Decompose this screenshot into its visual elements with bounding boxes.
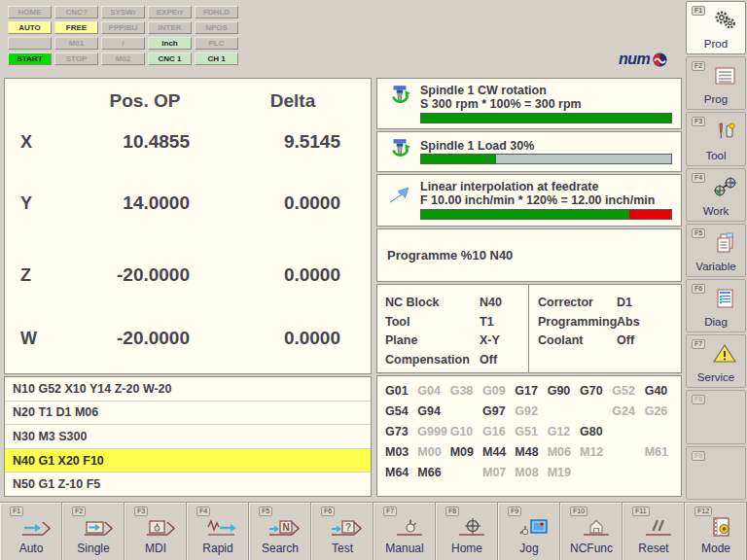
rapid-icon: F4 xyxy=(196,506,240,539)
toolbar-mdi-button[interactable]: F3 MDI xyxy=(124,503,187,560)
gcode-cell: G04 xyxy=(415,384,447,401)
toolbar-label: Mode xyxy=(686,542,746,555)
gcode-cell: M64 xyxy=(383,466,415,482)
reset-slashes-icon: F11 xyxy=(631,506,676,539)
gcode-cell: G92 xyxy=(513,404,545,421)
gears-icon xyxy=(712,9,737,32)
axis-y-pos: 14.0000 xyxy=(52,192,190,214)
toolbar-label: Reset xyxy=(623,542,684,555)
sidebar-item-prog[interactable]: F2 Prog xyxy=(686,56,746,110)
key-start[interactable]: START xyxy=(8,52,52,65)
key-npos[interactable]: NPOS xyxy=(195,21,238,34)
axis-x-label: X xyxy=(20,132,32,153)
toolbar-label: Home xyxy=(437,542,497,555)
sidebar-item-label: Service xyxy=(687,371,745,383)
key-fdhld[interactable]: FDHLD xyxy=(195,6,238,18)
gcode-cell: M08 xyxy=(513,466,545,482)
toolbar-auto-button[interactable]: F1 Auto xyxy=(0,503,62,560)
fkey-badge: F5 xyxy=(692,228,705,238)
gcode-cell xyxy=(610,425,642,441)
toolbar-label: NCFunc xyxy=(561,542,622,555)
svg-text:N: N xyxy=(282,522,289,533)
key-cnc[interactable]: CNC? xyxy=(54,6,98,18)
spindle-load-panel: Spindle 1 Load 30% xyxy=(376,131,682,172)
axis-y-label: Y xyxy=(20,193,32,214)
key-pppbu[interactable]: PPP/BU xyxy=(101,21,145,34)
sidebar-item-work[interactable]: F4 Work xyxy=(686,168,746,222)
axis-w-label: W xyxy=(20,329,37,349)
fkey-badge: F2 xyxy=(692,61,705,71)
compensation-label: Compensation xyxy=(385,351,480,370)
gcode-cell: M07 xyxy=(480,466,513,482)
gcode-cell: M19 xyxy=(546,466,578,482)
sidebar-item-label: Variable xyxy=(687,261,745,272)
gcode-cell: M61 xyxy=(643,445,675,462)
key-slash[interactable]: / xyxy=(101,37,145,50)
key-stop[interactable]: STOP xyxy=(54,52,98,65)
sidebar-item-label: Work xyxy=(687,205,745,217)
key-blank[interactable] xyxy=(8,37,52,50)
sidebar-item-prod[interactable]: F1 Prod xyxy=(686,1,746,54)
gcode-cell: G01 xyxy=(383,384,415,401)
toolbar-manual-button[interactable]: F7 Manual xyxy=(374,503,436,560)
toolbar-mode-button[interactable]: F12 Mode xyxy=(685,503,747,560)
gcode-cell: G24 xyxy=(610,404,642,421)
diagnostic-list-icon xyxy=(712,287,737,310)
axis-x-delta: 9.5145 xyxy=(199,131,340,153)
sidebar-item-variable[interactable]: F5 Variable xyxy=(686,224,746,277)
spindle-rotation-title: Spindle 1 CW rotation xyxy=(420,84,547,97)
key-m02[interactable]: M02 xyxy=(101,52,145,65)
toolbar-home-button[interactable]: F8 Home xyxy=(436,503,498,560)
toolbar-single-button[interactable]: F2 Single xyxy=(62,503,124,560)
warning-triangle-icon xyxy=(712,342,737,366)
key-inch[interactable]: inch xyxy=(148,37,192,50)
key-experr[interactable]: EXPErr xyxy=(148,6,192,18)
feedrate-title: Linear interpolation at feedrate xyxy=(420,180,598,193)
key-m01[interactable]: M01 xyxy=(54,37,98,50)
key-inter[interactable]: INTER xyxy=(148,21,192,34)
spindle-icon xyxy=(387,84,412,109)
toolbar-rapid-button[interactable]: F4 Rapid xyxy=(187,503,249,560)
feedrate-panel: Linear interpolation at feedrate F 10.00… xyxy=(376,174,682,227)
axis-w-delta: 0.0000 xyxy=(199,328,340,349)
sidebar-item-diag[interactable]: F6 Diag xyxy=(686,279,746,332)
key-auto[interactable]: AUTO xyxy=(8,21,52,34)
sidebar-item-tool[interactable]: F3 Tool xyxy=(686,112,746,165)
spindle-load-title: Spindle 1 Load 30% xyxy=(420,139,534,153)
bar-fill-green xyxy=(421,114,671,122)
sidebar-item-service[interactable]: F7 Service xyxy=(686,334,746,388)
toolbar-jog-button[interactable]: F9 Jog xyxy=(498,503,560,560)
coolant-label: Coolant xyxy=(538,332,617,351)
fkey-badge: F7 xyxy=(692,339,705,349)
key-cnc1[interactable]: CNC 1 xyxy=(148,52,192,65)
toolbar-label: Search xyxy=(250,542,310,555)
toolbar-search-button[interactable]: F5 N Search xyxy=(249,503,311,560)
key-ch1[interactable]: CH 1 xyxy=(195,52,238,65)
key-plc[interactable]: PLC xyxy=(195,37,238,50)
gcode-cell xyxy=(578,404,610,421)
gcode-cell: M44 xyxy=(480,445,513,462)
programme-panel: Programme %10 N40 xyxy=(376,228,682,282)
gcode-cell xyxy=(610,466,642,482)
key-free[interactable]: FREE xyxy=(54,21,98,34)
toolbar-reset-button[interactable]: F11 Reset xyxy=(622,503,685,560)
toolbar-ncfunc-button[interactable]: F10 NCFunc xyxy=(560,503,622,560)
toolbar-test-button[interactable]: F6 ? Test xyxy=(311,503,374,560)
sidebar-item-empty-f9[interactable]: F9 xyxy=(686,446,746,500)
tool-value: T1 xyxy=(480,315,494,329)
gcode-cell: G73 xyxy=(383,425,415,441)
gcode-cell: G38 xyxy=(448,384,480,401)
mdi-icon: F3 xyxy=(133,506,178,539)
gcode-cell: M12 xyxy=(578,445,610,462)
spindle-rotation-bar xyxy=(420,113,672,123)
gcode-cell: G90 xyxy=(546,384,578,401)
key-syswr[interactable]: SYSWr xyxy=(101,6,145,18)
key-home[interactable]: HOME xyxy=(8,6,52,18)
tools-icon xyxy=(712,120,737,143)
axis-w-pos: -20.0000 xyxy=(52,328,190,349)
sidebar-item-empty-f8[interactable]: F8 xyxy=(686,390,746,443)
toolbar-label: MDI xyxy=(125,542,186,555)
fkey-badge: F4 xyxy=(692,173,705,183)
toolbar-label: Auto xyxy=(1,542,61,555)
num-logo: num xyxy=(619,51,667,68)
